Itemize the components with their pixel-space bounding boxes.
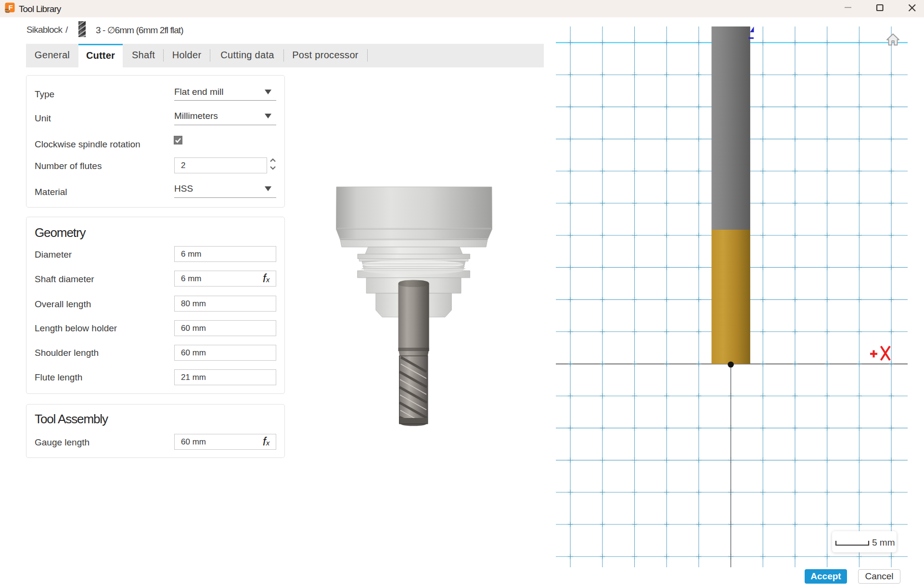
svg-text:FUS: FUS	[5, 10, 9, 12]
svg-text:5 mm: 5 mm	[872, 537, 895, 548]
svg-text:F: F	[8, 3, 13, 12]
